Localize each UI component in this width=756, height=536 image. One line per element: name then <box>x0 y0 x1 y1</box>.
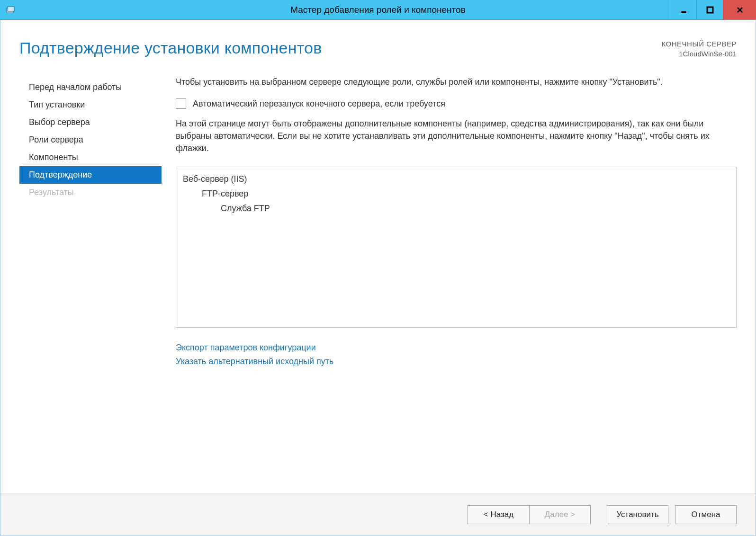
footer: < Назад Далее > Установить Отмена <box>0 493 756 536</box>
columns: Перед началом работы Тип установки Выбор… <box>19 76 737 368</box>
step-confirmation[interactable]: Подтверждение <box>19 166 162 184</box>
window-title: Мастер добавления ролей и компонентов <box>0 5 756 15</box>
next-button: Далее > <box>529 505 591 524</box>
wizard-body: Подтверждение установки компонентов КОНЕ… <box>0 20 756 536</box>
page-header: Подтверждение установки компонентов КОНЕ… <box>19 39 737 59</box>
tree-item-iis[interactable]: Веб-сервер (IIS) <box>183 172 729 187</box>
step-features[interactable]: Компоненты <box>19 149 162 166</box>
app-icon <box>5 4 16 16</box>
step-before-you-begin[interactable]: Перед началом работы <box>19 79 162 96</box>
instruction-text: Чтобы установить на выбранном сервере сл… <box>176 76 737 88</box>
window-controls <box>670 0 756 19</box>
nav-button-group: < Назад Далее > <box>468 505 591 524</box>
content: Подтверждение установки компонентов КОНЕ… <box>0 20 756 493</box>
step-server-roles[interactable]: Роли сервера <box>19 131 162 149</box>
svg-rect-3 <box>707 7 713 13</box>
close-button[interactable] <box>723 0 756 19</box>
install-button[interactable]: Установить <box>607 505 668 524</box>
restart-checkbox[interactable] <box>176 98 186 109</box>
minimize-button[interactable] <box>670 0 696 19</box>
action-links: Экспорт параметров конфигурации Указать … <box>176 328 737 368</box>
server-name: 1CloudWinSe-001 <box>662 49 737 59</box>
cancel-button[interactable]: Отмена <box>675 505 737 524</box>
svg-rect-2 <box>681 11 686 13</box>
title-bar: Мастер добавления ролей и компонентов <box>0 0 756 20</box>
selection-tree[interactable]: Веб-сервер (IIS) FTP-сервер Служба FTP <box>176 167 737 328</box>
restart-checkbox-label: Автоматический перезапуск конечного серв… <box>193 99 445 109</box>
step-installation-type[interactable]: Тип установки <box>19 96 162 114</box>
main-pane: Чтобы установить на выбранном сервере сл… <box>162 76 737 368</box>
server-label: КОНЕЧНЫЙ СЕРВЕР <box>662 39 737 49</box>
link-alt-source-path[interactable]: Указать альтернативный исходный путь <box>176 355 737 368</box>
tree-item-ftp-svc[interactable]: Служба FTP <box>183 201 729 216</box>
page-title: Подтверждение установки компонентов <box>19 39 322 57</box>
step-server-selection[interactable]: Выбор сервера <box>19 114 162 131</box>
server-info: КОНЕЧНЫЙ СЕРВЕР 1CloudWinSe-001 <box>662 39 737 59</box>
wizard-steps: Перед началом работы Тип установки Выбор… <box>19 76 162 368</box>
restart-checkbox-row[interactable]: Автоматический перезапуск конечного серв… <box>176 98 737 109</box>
back-button[interactable]: < Назад <box>468 505 529 524</box>
link-export-config[interactable]: Экспорт параметров конфигурации <box>176 341 737 355</box>
maximize-button[interactable] <box>696 0 723 19</box>
step-results: Результаты <box>19 184 162 201</box>
tree-item-ftp[interactable]: FTP-сервер <box>183 187 729 201</box>
note-text: На этой странице могут быть отображены д… <box>176 117 737 154</box>
svg-rect-1 <box>8 7 14 11</box>
